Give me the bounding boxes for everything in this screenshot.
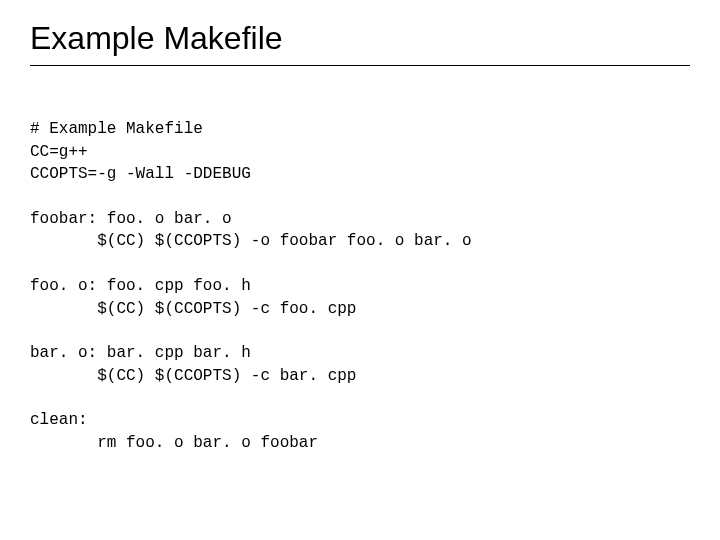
slide-title: Example Makefile xyxy=(30,20,690,57)
code-line: $(CC) $(CCOPTS) -c foo. cpp xyxy=(30,300,356,318)
code-line: bar. o: bar. cpp bar. h xyxy=(30,344,251,362)
code-line: $(CC) $(CCOPTS) -c bar. cpp xyxy=(30,367,356,385)
code-line: clean: xyxy=(30,411,88,429)
makefile-code: # Example Makefile CC=g++ CCOPTS=-g -Wal… xyxy=(30,96,690,454)
code-line: # Example Makefile xyxy=(30,120,203,138)
code-line: rm foo. o bar. o foobar xyxy=(30,434,318,452)
code-line: CC=g++ xyxy=(30,143,88,161)
code-line: $(CC) $(CCOPTS) -o foobar foo. o bar. o xyxy=(30,232,472,250)
code-line: CCOPTS=-g -Wall -DDEBUG xyxy=(30,165,251,183)
title-underline xyxy=(30,65,690,66)
code-line: foobar: foo. o bar. o xyxy=(30,210,232,228)
code-line: foo. o: foo. cpp foo. h xyxy=(30,277,251,295)
